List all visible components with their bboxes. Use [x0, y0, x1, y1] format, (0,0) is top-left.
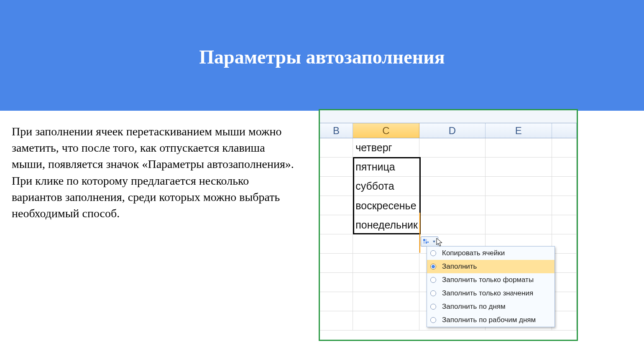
- cell-B6[interactable]: [320, 234, 353, 254]
- cell-E3[interactable]: [486, 177, 552, 196]
- autofill-option-copy-cells[interactable]: Копировать ячейки: [427, 247, 555, 260]
- title-band: Параметры автозаполнения: [0, 0, 644, 111]
- svg-rect-3: [426, 242, 427, 244]
- cell-C3[interactable]: суббота: [353, 177, 419, 196]
- cell-C6[interactable]: [353, 234, 419, 254]
- radio-icon: [430, 290, 436, 296]
- svg-rect-4: [427, 242, 429, 243]
- col-header-B[interactable]: B: [320, 123, 353, 138]
- svg-rect-2: [423, 242, 425, 244]
- radio-icon: [430, 250, 436, 256]
- cell-tail-6: [552, 234, 577, 254]
- cell-E2[interactable]: [486, 158, 552, 177]
- row-3: суббота: [320, 177, 577, 196]
- cell-C9[interactable]: [353, 292, 419, 311]
- cell-C4[interactable]: воскресенье: [353, 196, 419, 215]
- autofill-options-icon: [423, 238, 436, 245]
- cell-tail-3: [552, 177, 577, 196]
- cell-B7[interactable]: [320, 254, 353, 273]
- cell-B10[interactable]: [320, 311, 353, 330]
- option-label: Заполнить только форматы: [442, 276, 534, 284]
- sheet-top-pad: [320, 110, 577, 123]
- cell-E4[interactable]: [486, 196, 552, 215]
- cell-tail-7: [552, 254, 577, 273]
- row-5: понедельник: [320, 215, 577, 234]
- cell-D5[interactable]: [419, 215, 486, 234]
- col-header-D[interactable]: D: [419, 123, 486, 138]
- cell-D3[interactable]: [419, 177, 486, 196]
- cell-C5[interactable]: понедельник: [353, 215, 419, 234]
- cell-tail-9: [552, 292, 577, 311]
- fill-edge-highlight: [419, 213, 420, 253]
- autofill-option-fill-values-only[interactable]: Заполнить только значения: [427, 287, 555, 300]
- cell-C2[interactable]: пятница: [353, 158, 419, 177]
- cursor-arrow-icon: [436, 238, 444, 247]
- autofill-option-fill[interactable]: Заполнить: [427, 260, 555, 273]
- cell-C10[interactable]: [353, 311, 419, 330]
- cell-tail-10: [552, 311, 577, 330]
- cell-C7[interactable]: [353, 254, 419, 273]
- option-label: Заполнить только значения: [442, 289, 533, 297]
- cell-D4[interactable]: [419, 196, 486, 215]
- cell-B2[interactable]: [320, 158, 353, 177]
- row-1: четверг: [320, 138, 577, 158]
- cell-C1[interactable]: четверг: [353, 138, 419, 158]
- row-4: воскресенье: [320, 196, 577, 215]
- option-label: Заполнить по дням: [442, 303, 506, 311]
- svg-rect-0: [423, 239, 425, 241]
- cell-B8[interactable]: [320, 273, 353, 292]
- col-header-C[interactable]: C: [353, 123, 419, 138]
- slide-title: Параметры автозаполнения: [0, 46, 644, 68]
- col-header-tail: [552, 123, 577, 138]
- cell-E1[interactable]: [486, 138, 552, 158]
- cell-tail-2: [552, 158, 577, 177]
- cell-tail-4: [552, 196, 577, 215]
- autofill-option-fill-weekdays[interactable]: Заполнить по рабочим дням: [427, 313, 555, 327]
- cell-tail-5: [552, 215, 577, 234]
- cell-B5[interactable]: [320, 215, 353, 234]
- cell-D2[interactable]: [419, 158, 486, 177]
- radio-icon: [430, 264, 436, 269]
- option-label: Заполнить: [442, 262, 477, 271]
- body-paragraph: При заполнении ячеек перетаскиванием мыш…: [12, 123, 296, 221]
- cell-tail-8: [552, 273, 577, 292]
- autofill-options-button[interactable]: [421, 236, 438, 247]
- autofill-option-fill-formats-only[interactable]: Заполнить только форматы: [427, 273, 555, 287]
- grid-body: четверг пятница суббота воскресенье: [320, 138, 577, 330]
- cell-B9[interactable]: [320, 292, 353, 311]
- column-header-row: B C D E: [320, 123, 577, 138]
- radio-icon: [430, 317, 436, 323]
- cell-C8[interactable]: [353, 273, 419, 292]
- radio-icon: [430, 304, 436, 310]
- cell-B4[interactable]: [320, 196, 353, 215]
- autofill-option-fill-days[interactable]: Заполнить по дням: [427, 300, 555, 313]
- cell-D1[interactable]: [419, 138, 486, 158]
- cell-E5[interactable]: [486, 215, 552, 234]
- autofill-options-menu: Копировать ячейки Заполнить Заполнить то…: [427, 246, 555, 327]
- option-label: Заполнить по рабочим дням: [442, 316, 536, 324]
- excel-inset: B C D E четверг пятница суббота: [319, 109, 578, 341]
- col-header-E[interactable]: E: [486, 123, 552, 138]
- cell-B1[interactable]: [320, 138, 353, 158]
- cell-B3[interactable]: [320, 177, 353, 196]
- option-label: Копировать ячейки: [442, 249, 505, 257]
- cell-tail-1: [552, 138, 577, 158]
- svg-rect-1: [426, 239, 427, 241]
- row-2: пятница: [320, 158, 577, 177]
- radio-icon: [430, 277, 436, 283]
